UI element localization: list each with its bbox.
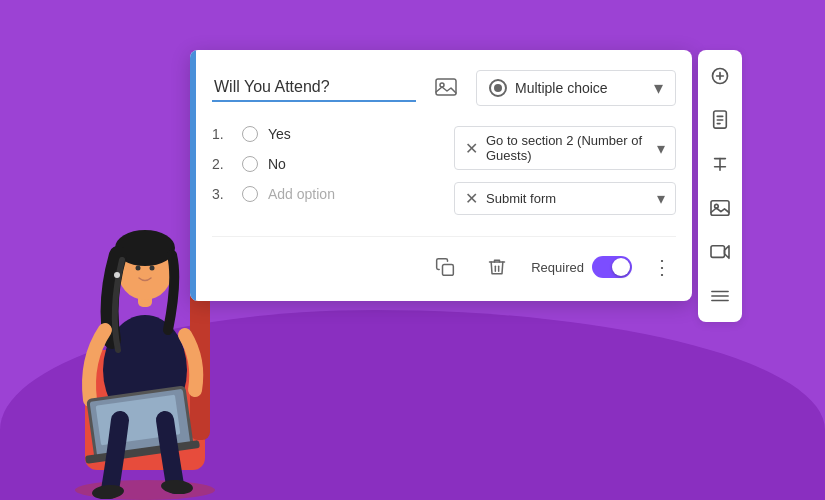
svg-rect-16 (436, 79, 456, 95)
required-toggle[interactable] (592, 256, 632, 278)
add-title-button[interactable] (706, 150, 734, 178)
question-type-select[interactable]: Multiple choice ▾ (476, 70, 676, 106)
section-chevron-1-icon[interactable]: ▾ (657, 139, 665, 158)
copy-button[interactable] (427, 249, 463, 285)
section-2-label: Submit form (486, 191, 649, 206)
form-card-wrapper: Multiple choice ▾ 1. Yes 2. (190, 50, 805, 322)
section-row-2: ✕ Submit form ▾ (454, 182, 676, 215)
svg-point-9 (114, 272, 120, 278)
radio-circle (242, 126, 258, 142)
add-image-sidebar-button[interactable] (706, 194, 734, 222)
right-sidebar (698, 50, 742, 322)
radio-circle (242, 186, 258, 202)
import-questions-button[interactable] (706, 106, 734, 134)
section-1-label: Go to section 2 (Number of Guests) (486, 133, 649, 163)
option-number: 2. (212, 156, 232, 172)
more-options-button[interactable]: ⋮ (648, 251, 676, 283)
add-video-button[interactable] (706, 238, 734, 266)
option-text: Yes (268, 126, 291, 142)
type-select-label: Multiple choice (515, 80, 646, 96)
question-row: Multiple choice ▾ (212, 70, 676, 106)
list-item[interactable]: 3. Add option (212, 186, 434, 202)
add-image-button[interactable] (428, 70, 464, 106)
answer-options: 1. Yes 2. No 3. Add option (212, 126, 434, 216)
card-content: Multiple choice ▾ 1. Yes 2. (196, 50, 692, 301)
options-section: 1. Yes 2. No 3. Add option (212, 126, 676, 216)
delete-button[interactable] (479, 249, 515, 285)
option-number: 1. (212, 126, 232, 142)
form-card: Multiple choice ▾ 1. Yes 2. (190, 50, 692, 301)
remove-section-2-button[interactable]: ✕ (465, 189, 478, 208)
option-text: No (268, 156, 286, 172)
option-number: 3. (212, 186, 232, 202)
section-row-1: ✕ Go to section 2 (Number of Guests) ▾ (454, 126, 676, 170)
svg-point-8 (150, 266, 155, 271)
add-option-text: Add option (268, 186, 335, 202)
add-question-button[interactable] (706, 62, 734, 90)
svg-rect-31 (711, 246, 725, 258)
radio-button-icon (489, 79, 507, 97)
list-item: 1. Yes (212, 126, 434, 142)
card-toolbar: Required ⋮ (212, 236, 676, 285)
section-mapping: ✕ Go to section 2 (Number of Guests) ▾ ✕… (454, 126, 676, 216)
required-label: Required (531, 260, 584, 275)
section-chevron-2-icon[interactable]: ▾ (657, 189, 665, 208)
required-area: Required (531, 256, 632, 278)
remove-section-1-button[interactable]: ✕ (465, 139, 478, 158)
chevron-down-icon: ▾ (654, 77, 663, 99)
list-item: 2. No (212, 156, 434, 172)
question-input[interactable] (212, 74, 416, 102)
svg-rect-29 (711, 201, 729, 215)
svg-point-7 (136, 266, 141, 271)
radio-circle (242, 156, 258, 172)
svg-rect-18 (443, 265, 454, 276)
add-section-button[interactable] (706, 282, 734, 310)
